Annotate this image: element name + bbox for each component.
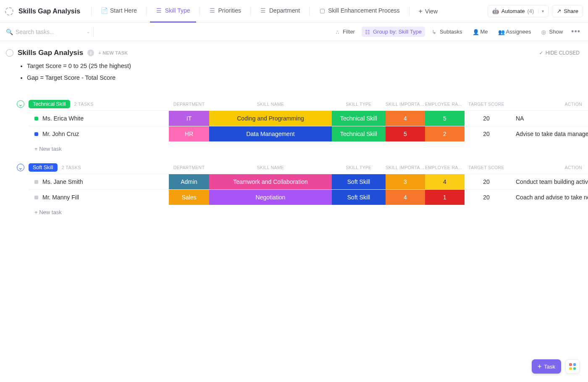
info-icon[interactable]: i <box>87 50 94 56</box>
status-square-icon[interactable] <box>34 117 38 120</box>
hide-closed-button[interactable]: ✓ HIDE CLOSED <box>539 50 580 56</box>
table-row[interactable]: Mr. John CruzHRData ManagementTechnical … <box>29 126 588 141</box>
status-circle-icon[interactable] <box>6 49 13 57</box>
task-name-cell[interactable]: Ms. Jane Smith <box>29 174 169 189</box>
cell-type[interactable]: Soft Skill <box>332 174 386 189</box>
collapse-icon[interactable]: ⌄ <box>17 164 24 171</box>
cell-emp[interactable]: 5 <box>425 111 465 126</box>
cell-skill[interactable]: Data Management <box>209 126 332 141</box>
tab-start-here[interactable]: 📄 Start Here <box>95 0 143 23</box>
group-badge[interactable]: Technical Skill <box>29 100 70 108</box>
cell-emp[interactable]: 4 <box>425 174 465 189</box>
task-name-cell[interactable]: Mr. John Cruz <box>29 126 169 141</box>
table-row[interactable]: Mr. Manny FillSalesNegotiationSoft Skill… <box>29 189 588 205</box>
column-header-skill[interactable]: SKILL NAME <box>209 102 332 107</box>
cell-dept[interactable]: Admin <box>169 174 209 189</box>
cell-imp[interactable]: 5 <box>386 126 425 141</box>
add-view-button[interactable]: + View <box>413 8 444 15</box>
task-name-cell[interactable]: Ms. Erica White <box>29 111 169 126</box>
new-task-button[interactable]: + NEW TASK <box>98 50 128 55</box>
cell-imp[interactable]: 4 <box>386 190 425 205</box>
header-right: 🤖 Automate (4) ▾ ↗ Share <box>488 5 583 17</box>
chevron-down-icon[interactable]: ▾ <box>538 9 544 13</box>
add-task-button[interactable]: + New task <box>29 205 588 215</box>
separator <box>309 7 310 16</box>
filter-button[interactable]: ⛬ Filter <box>331 26 358 37</box>
group-badge[interactable]: Soft Skill <box>29 163 58 172</box>
share-icon: ↗ <box>556 8 561 14</box>
cell-target[interactable]: 20 <box>465 111 508 126</box>
apps-button[interactable] <box>565 359 580 374</box>
column-header-skill[interactable]: SKILL NAME <box>209 165 332 170</box>
cell-target[interactable]: 20 <box>465 126 508 141</box>
status-square-icon[interactable] <box>34 180 38 184</box>
list-icon: ☰ <box>209 7 216 14</box>
cell-target[interactable]: 20 <box>465 190 508 205</box>
table-row[interactable]: Ms. Jane SmithAdminTeamwork and Collabor… <box>29 174 588 189</box>
tab-skill-type[interactable]: ☰ Skill Type <box>150 0 196 23</box>
groupby-button[interactable]: ☷ Group by: Skill Type <box>362 26 425 37</box>
column-header-target[interactable]: TARGET SCORE <box>465 165 508 170</box>
cell-action[interactable]: Advise to take data management c <box>508 126 588 141</box>
cell-imp[interactable]: 4 <box>386 111 425 126</box>
column-header-imp[interactable]: SKILL IMPORTAN… <box>386 102 425 107</box>
tab-enhancement[interactable]: ▢ Skill Enhancement Process <box>313 0 405 23</box>
cell-emp[interactable]: 2 <box>425 126 465 141</box>
group-header: ⌄Technical Skill2 TASKSDEPARTMENTSKILL N… <box>6 98 588 110</box>
status-square-icon[interactable] <box>34 132 38 136</box>
column-header-imp[interactable]: SKILL IMPORTAN… <box>386 165 425 170</box>
new-task-fab[interactable]: + Task <box>532 359 561 374</box>
subtask-icon: ↳ <box>432 29 438 35</box>
me-label: Me <box>480 29 488 35</box>
column-header-target[interactable]: TARGET SCORE <box>465 102 508 107</box>
search-icon: 🔍 <box>6 29 13 35</box>
cell-action[interactable]: Coach and advise to take negotiati <box>508 190 588 205</box>
cell-type[interactable]: Soft Skill <box>332 190 386 205</box>
automate-label: Automate <box>501 8 525 14</box>
cell-action[interactable]: NA <box>508 111 588 126</box>
cell-dept[interactable]: IT <box>169 111 209 126</box>
cell-type[interactable]: Technical Skill <box>332 126 386 141</box>
table-row[interactable]: Ms. Erica WhiteITCoding and ProgrammingT… <box>29 110 588 126</box>
cell-skill[interactable]: Coding and Programming <box>209 111 332 126</box>
collapse-icon[interactable]: ⌄ <box>17 100 24 108</box>
me-button[interactable]: 👤 Me <box>469 26 491 37</box>
tab-priorities[interactable]: ☰ Priorities <box>203 0 247 23</box>
cell-type[interactable]: Technical Skill <box>332 111 386 126</box>
cell-dept[interactable]: Sales <box>169 190 209 205</box>
automate-button[interactable]: 🤖 Automate (4) ▾ <box>488 5 549 17</box>
column-header-action[interactable]: ACTION <box>508 102 588 107</box>
cell-dept[interactable]: HR <box>169 126 209 141</box>
cell-target[interactable]: 20 <box>465 174 508 189</box>
cell-imp[interactable]: 3 <box>386 174 425 189</box>
task-name: Mr. Manny Fill <box>42 194 79 201</box>
column-header-type[interactable]: SKILL TYPE <box>332 165 386 170</box>
column-header-dept[interactable]: DEPARTMENT <box>169 165 209 170</box>
share-button[interactable]: ↗ Share <box>552 5 583 17</box>
cell-emp[interactable]: 1 <box>425 190 465 205</box>
task-name-cell[interactable]: Mr. Manny Fill <box>29 190 169 205</box>
tab-department[interactable]: ☰ Department <box>254 0 306 23</box>
search-input[interactable] <box>16 29 74 35</box>
column-header-emp[interactable]: EMPLOYEE RATI… <box>425 102 465 107</box>
cell-skill[interactable]: Teamwork and Collaboration <box>209 174 332 189</box>
column-header-dept[interactable]: DEPARTMENT <box>169 102 209 107</box>
cell-action[interactable]: Conduct team building activities. <box>508 174 588 189</box>
show-button[interactable]: ◎ Show <box>538 26 567 37</box>
column-header-emp[interactable]: EMPLOYEE RATI… <box>425 165 465 170</box>
subtasks-button[interactable]: ↳ Subtasks <box>428 26 465 37</box>
loading-icon <box>5 7 13 16</box>
column-header-action[interactable]: ACTION <box>508 165 588 170</box>
chevron-down-icon[interactable]: ⌄ <box>87 29 90 34</box>
eye-icon: ◎ <box>541 29 547 35</box>
status-square-icon[interactable] <box>34 196 38 199</box>
add-task-button[interactable]: + New task <box>29 141 588 152</box>
column-header-type[interactable]: SKILL TYPE <box>332 102 386 107</box>
doc-icon: 📄 <box>101 7 108 14</box>
assignees-button[interactable]: 👥 Assignees <box>495 26 535 37</box>
cell-skill[interactable]: Negotiation <box>209 190 332 205</box>
more-button[interactable]: ••• <box>570 27 582 36</box>
add-view-label: View <box>425 8 438 15</box>
search-wrap[interactable]: 🔍 ⌄ <box>6 29 90 35</box>
assignees-label: Assignees <box>506 29 531 35</box>
